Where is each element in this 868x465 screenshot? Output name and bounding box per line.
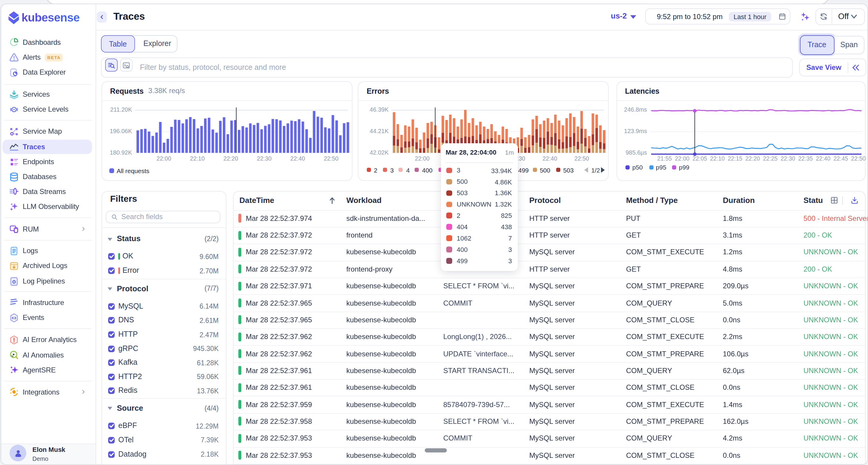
svg-text:K8: K8 [12, 316, 17, 320]
